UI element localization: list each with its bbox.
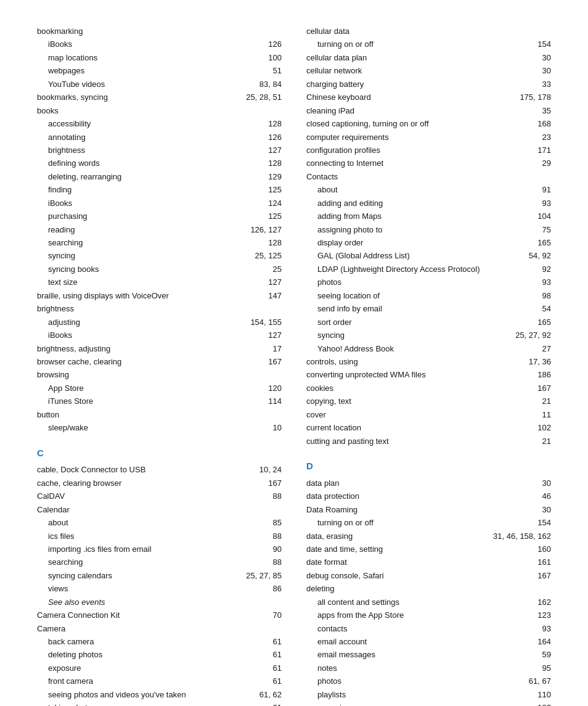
sub-entry-label: sleep/wake (48, 421, 271, 434)
index-entry: cellular data (306, 25, 551, 38)
sub-entry-pagenum: 92 (540, 263, 551, 276)
sub-entry-label: email messages (317, 648, 540, 661)
sub-entry-label: iBooks (48, 38, 266, 51)
sub-entry-label: front camera (48, 675, 271, 688)
sub-entry-pagenum: 128 (266, 157, 282, 170)
index-sub-entry: reading 126, 127 (37, 223, 282, 236)
sub-entry-label: assigning photo to (317, 223, 540, 236)
index-sub-entry: finding 125 (37, 183, 282, 196)
index-entry: cache, clearing browser 167 (37, 477, 282, 490)
index-sub-entry: removing 182 (306, 701, 551, 706)
entry-label: cookies (306, 382, 536, 395)
index-entry: connecting to Internet 29 (306, 157, 551, 170)
entry-label: Data Roaming (306, 503, 540, 516)
entry-label: cellular data plan (306, 51, 540, 64)
index-sub-entry: ics files 88 (37, 530, 282, 543)
index-entry: cutting and pasting text 21 (306, 435, 551, 448)
index-sub-entry: about 91 (306, 183, 551, 196)
sub-entry-label: display order (317, 236, 536, 249)
index-sub-entry: purchasing 125 (37, 210, 282, 223)
sub-entry-pagenum: 154 (536, 516, 551, 529)
sub-entry-pagenum: 127 (266, 144, 282, 157)
entry-label: braille, using displays with VoiceOver (37, 289, 266, 302)
index-sub-entry: iBooks 124 (37, 197, 282, 210)
index-sub-entry: views 86 (37, 582, 282, 595)
entry-label: brightness (37, 302, 282, 315)
entry-pagenum: 10, 24 (257, 463, 282, 476)
index-entry: cover 11 (306, 408, 551, 421)
sub-entry-label: seeing location of (317, 289, 540, 302)
entry-pagenum: 21 (540, 435, 551, 448)
sub-entry-pagenum: 125 (266, 183, 282, 196)
sub-entry-pagenum: 165 (536, 236, 551, 249)
index-sub-entry: searching 88 (37, 556, 282, 568)
index-sub-entry: map locations 100 (37, 51, 282, 64)
entry-label: converting unprotected WMA files (306, 368, 536, 381)
sub-entry-label: map locations (48, 51, 266, 64)
index-sub-entry: App Store 120 (37, 382, 282, 395)
sub-entry-label: syncing (48, 249, 253, 262)
entry-pagenum: 11 (540, 408, 551, 421)
index-sub-entry: contacts 93 (306, 622, 551, 635)
index-entry: Camera (37, 622, 282, 635)
index-entry: cleaning iPad 35 (306, 104, 551, 117)
entry-label: brightness, adjusting (37, 342, 271, 355)
entry-label: copying, text (306, 395, 540, 408)
index-sub-entry: assigning photo to 75 (306, 223, 551, 236)
entry-pagenum: 160 (536, 543, 551, 556)
entry-label: CalDAV (37, 490, 271, 503)
sub-entry-pagenum: 25, 125 (253, 249, 282, 262)
entry-pagenum: 31, 46, 158, 162 (491, 530, 551, 543)
content-columns: bookmarkingiBooks 126map locations 100we… (37, 25, 551, 706)
sub-entry-pagenum: 10 (271, 421, 282, 434)
sub-entry-label: adding from Maps (317, 210, 536, 223)
sub-entry-pagenum: 61, 62 (257, 688, 282, 701)
sub-entry-label: webpages (48, 64, 271, 77)
sub-entry-pagenum: 182 (536, 701, 551, 706)
entry-pagenum: 17, 36 (526, 355, 551, 368)
sub-entry-pagenum: 123 (536, 609, 551, 622)
index-entry: bookmarks, syncing 25, 28, 51 (37, 91, 282, 104)
sub-entry-label: brightness (48, 144, 266, 157)
index-sub-entry: syncing 25, 125 (37, 249, 282, 262)
index-entry: cellular network 30 (306, 64, 551, 77)
index-sub-entry: all content and settings 162 (306, 596, 551, 609)
sub-entry-label: syncing calendars (48, 569, 244, 582)
entry-label: cellular network (306, 64, 540, 77)
entry-label: Chinese keyboard (306, 91, 518, 104)
entry-label: computer requirements (306, 131, 540, 144)
index-sub-entry: email messages 59 (306, 648, 551, 661)
sub-entry-label: purchasing (48, 210, 266, 223)
sub-entry-pagenum: 25, 27, 85 (244, 569, 282, 582)
index-entry: charging battery 33 (306, 78, 551, 91)
entry-pagenum: 167 (536, 382, 551, 395)
sub-entry-label: taking photos (48, 701, 271, 706)
index-entry: data plan 30 (306, 477, 551, 490)
sub-entry-label: email account (317, 635, 536, 648)
index-entry: cable, Dock Connector to USB 10, 24 (37, 463, 282, 476)
sub-entry-pagenum: 88 (271, 556, 282, 568)
sub-entry-label: apps from the App Store (317, 609, 536, 622)
index-sub-entry: Yahoo! Address Book 27 (306, 342, 551, 355)
sub-entry-pagenum: 85 (271, 516, 282, 529)
index-entry: browsing (37, 368, 282, 381)
index-sub-entry: adjusting 154, 155 (37, 316, 282, 329)
index-sub-entry: front camera 61 (37, 675, 282, 688)
sub-entry-label: finding (48, 183, 266, 196)
index-sub-entry: syncing books 25 (37, 263, 282, 276)
index-sub-entry: send info by email 54 (306, 302, 551, 315)
section-letter-d: D (306, 459, 551, 474)
sub-entry-label: syncing (317, 329, 513, 342)
sub-entry-label: deleting photos (48, 648, 271, 661)
index-entry: brightness, adjusting 17 (37, 342, 282, 355)
index-sub-entry: turning on or off 154 (306, 38, 551, 51)
sub-entry-label: annotating (48, 131, 266, 144)
sub-entry-label: turning on or off (317, 516, 536, 529)
entry-label: charging battery (306, 78, 540, 91)
entry-pagenum: 30 (540, 503, 551, 516)
index-sub-entry: adding from Maps 104 (306, 210, 551, 223)
entry-label: cache, clearing browser (37, 477, 266, 490)
index-entry: CalDAV 88 (37, 490, 282, 503)
index-sub-entry: display order 165 (306, 236, 551, 249)
sub-entry-label: importing .ics files from email (48, 543, 271, 556)
